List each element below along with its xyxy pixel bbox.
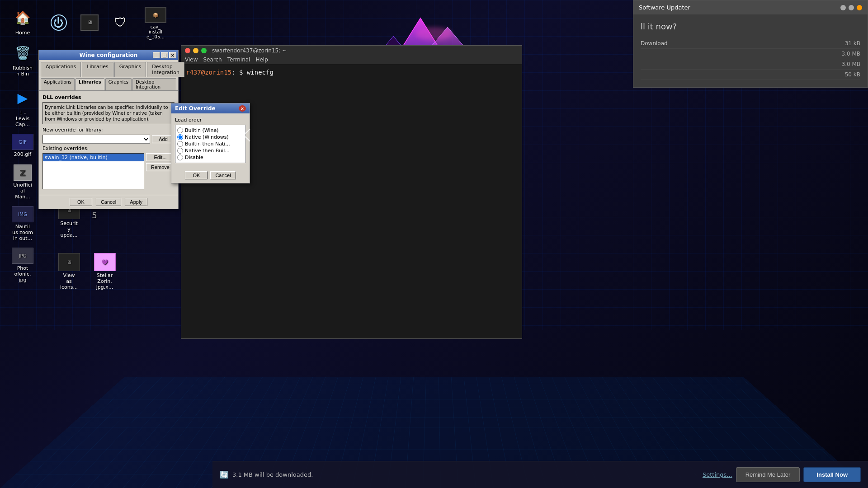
desktop-icon-viewicons2[interactable]: 💜 StellarZorin.jpg.x... (88, 251, 122, 292)
settings-link[interactable]: Settings... (703, 471, 732, 478)
terminal-maximize-dot[interactable] (201, 48, 207, 53)
remind-later-btn[interactable]: Remind Me Later (736, 467, 800, 482)
edit-override-content: Load order Builtin (Wine) Native (Window… (171, 113, 250, 169)
install-now-btn[interactable]: Install Now (803, 467, 861, 482)
terminal-close-dot[interactable] (185, 48, 190, 53)
desktop-icon-lewis[interactable]: ▶ 1 -LewisCap... (5, 84, 41, 130)
cav-icon: 📦 (145, 7, 166, 23)
radio-native-then-builtin-input[interactable] (177, 148, 183, 154)
tab-about2[interactable]: Desktop Integration (147, 62, 184, 77)
viewicons2-icon: 💜 (94, 253, 116, 271)
radio-native-windows-input[interactable] (177, 134, 183, 140)
software-updater-footer: 🔄 3.1 MB will be downloaded. Settings...… (212, 461, 868, 488)
updater-titlebar: Software Updater (633, 0, 868, 14)
edit-override-close-btn[interactable]: × (239, 105, 246, 112)
desktop-icon-200gif-label: 200.gif (14, 151, 31, 157)
radio-builtin-wine-input[interactable] (177, 127, 183, 133)
terminal-menu: View Search Terminal Help (181, 56, 522, 64)
tab-graphics[interactable]: Graphics (105, 78, 132, 90)
desktop-icon-lewis-label: 1 -LewisCap... (15, 110, 30, 127)
photofonic-icon: JPG (12, 248, 33, 264)
media-icon: ▶ (12, 87, 33, 108)
wine-cancel-btn[interactable]: Cancel (96, 198, 121, 206)
tab-drives[interactable]: Applications (41, 62, 81, 77)
taskbar-cav-icon[interactable]: 📦 cav_installe_105... (137, 5, 174, 42)
new-override-select[interactable] (42, 135, 150, 144)
center-icons-row3: 🖥 Viewasicons... 💜 StellarZorin.jpg.x... (52, 251, 122, 292)
desktop-icon-rubbish[interactable]: 🗑️ Rubbishh Bin (5, 40, 41, 79)
updater-dot2[interactable] (849, 5, 854, 10)
power-icon: ⏻ (51, 14, 67, 31)
desktop-icon-unofficial1[interactable]: Z UnofficialMan... (5, 162, 41, 202)
desktop-icon-200gif[interactable]: GIF 200.gif (5, 131, 41, 160)
desktop-icon-home[interactable]: 🏠 Home (5, 5, 41, 38)
radio-disable[interactable]: Disable (177, 154, 244, 161)
terminal-command: winecfg (247, 69, 274, 76)
override-item[interactable]: swain_32 (native, builtin) (43, 154, 144, 161)
remove-override-btn[interactable]: Remove (146, 163, 175, 171)
wine-config-content: DLL overrides Dynamic Link Libraries can… (39, 91, 178, 195)
taskbar-wine-icon[interactable]: 🖥 (76, 12, 103, 34)
radio-builtin-then-native[interactable]: Builtin then Nati... (177, 141, 244, 147)
dll-overrides-desc: Dynamic Link Libraries can be specified … (42, 102, 175, 124)
edit-override-cancel-btn[interactable]: Cancel (210, 171, 236, 179)
wine-config-tabs: Applications Libraries Graphics Desktop … (39, 60, 178, 77)
radio-builtin-then-native-input[interactable] (177, 141, 183, 147)
edit-override-btn[interactable]: Edit... (146, 153, 175, 161)
desktop-icon-viewicons1[interactable]: 🖥 Viewasicons... (52, 251, 86, 292)
desktop-icon-photofonic[interactable]: JPG Photofonic.jpg (5, 245, 41, 285)
terminal-menu-search[interactable]: Search (203, 56, 222, 63)
terminal-menu-help[interactable]: Help (255, 56, 268, 63)
wine-config-title: Wine configuration (80, 52, 138, 58)
radio-disable-label: Disable (185, 155, 203, 160)
terminal-menu-view[interactable]: View (185, 56, 198, 63)
existing-overrides-label-row: Existing overrides: (42, 145, 175, 151)
wine-ok-btn[interactable]: OK (70, 198, 92, 206)
new-override-row: New override for library: (42, 127, 175, 133)
taskbar-power-icon[interactable]: ⏻ (45, 12, 72, 34)
radio-builtin-wine[interactable]: Builtin (Wine) (177, 127, 244, 134)
radio-builtin-then-native-label: Builtin then Nati... (185, 141, 230, 147)
updater-dot3[interactable] (857, 5, 862, 10)
edit-override-ok-btn[interactable]: OK (185, 171, 208, 179)
svg-point-3 (416, 27, 452, 41)
edit-override-dialog: Edit Override × Load order Builtin (Wine… (171, 103, 250, 183)
tab-desktop-integration[interactable]: Desktop Integration (132, 78, 176, 90)
radio-native-windows[interactable]: Native (Windows) (177, 134, 244, 141)
update-size-3: 3.0 MB (842, 61, 860, 67)
tab-libraries[interactable]: Libraries (75, 78, 104, 90)
wine-apply-btn[interactable]: Apply (125, 198, 147, 206)
viewicons1-icon: 🖥 (58, 253, 80, 271)
wine-config-footer: OK Cancel Apply (39, 195, 178, 209)
terminal-window: swarfendor437@zorin15: ~ View Search Ter… (181, 45, 522, 339)
wine-config-titlebar: Wine configuration _ □ × (39, 50, 178, 60)
update-name-1: Download (641, 40, 668, 47)
wine-maximize-btn[interactable]: □ (161, 52, 168, 58)
updater-body: ll it now? Download 31 kB 3.0 MB 3.0 MB … (633, 14, 868, 87)
radio-native-then-builtin-label: Native then Buil... (185, 148, 230, 154)
terminal-menu-terminal[interactable]: Terminal (227, 56, 250, 63)
updater-dot1[interactable] (840, 5, 846, 10)
terminal-title: swarfendor437@zorin15: ~ (212, 47, 287, 54)
edit-override-title: Edit Override (175, 105, 216, 112)
desktop-icon-photofonic-label: Photofonic.jpg (14, 265, 31, 283)
update-item-3: 3.0 MB (641, 59, 860, 70)
terminal-minimize-dot[interactable] (193, 48, 198, 53)
wine-minimize-btn[interactable]: _ (153, 52, 160, 58)
tab-applications[interactable]: Applications (41, 78, 75, 90)
cav-icon-label: cav_installe_105... (146, 24, 165, 39)
updater-footer-buttons: Settings... Remind Me Later Install Now (703, 467, 861, 482)
radio-disable-input[interactable] (177, 155, 183, 160)
desktop-icon-nautilus-label: Nautilus zoomin out... (12, 224, 33, 241)
wine-close-btn[interactable]: × (169, 52, 176, 58)
wine-taskbar-icon: 🖥 (80, 14, 99, 31)
overrides-listbox[interactable]: swain_32 (native, builtin) (42, 153, 144, 189)
taskbar-icons: ⏻ 🖥 🛡 📦 cav_installe_105... (45, 5, 174, 42)
taskbar-zorin-icon[interactable]: 🛡 (107, 9, 134, 37)
viewicons2-label: StellarZorin.jpg.x... (96, 272, 113, 290)
tab-about[interactable]: Graphics (114, 62, 146, 77)
radio-native-windows-label: Native (Windows) (185, 134, 229, 140)
tab-audio[interactable]: Libraries (82, 62, 113, 77)
desktop-icon-nautilus[interactable]: IMG Nautilus zoomin out... (5, 204, 41, 244)
radio-native-then-builtin[interactable]: Native then Buil... (177, 147, 244, 154)
